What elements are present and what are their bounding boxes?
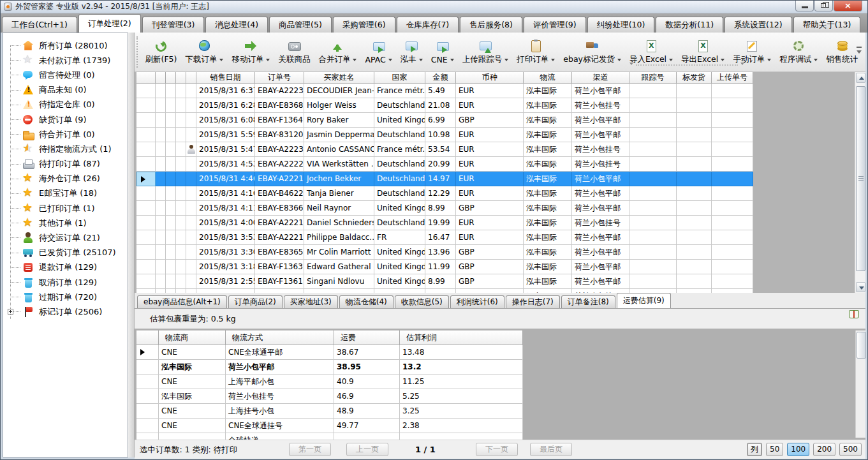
sidebar-splitter[interactable]	[128, 33, 135, 457]
table-row[interactable]: 2015/8/31 4:53EBAY-A22220VIA Werkstätten…	[136, 157, 753, 172]
refresh-button[interactable]: 刷新(F5)	[141, 35, 181, 70]
debug-button[interactable]: 程序调试	[776, 35, 822, 70]
table-row[interactable]: 2015/8/31 4:16EBAY-B4622Tanja BienerDeut…	[136, 186, 753, 201]
menu-tab-listing[interactable]: 刊登管理(3)	[142, 17, 205, 33]
column-header-date[interactable]: 销售日期	[196, 72, 255, 84]
sidebar-item-flagged-orders[interactable]: 标记订单 (2506)	[3, 304, 128, 319]
sidebar-item-refund-orders[interactable]: 退款订单 (129)	[3, 260, 128, 275]
column-header-tracking[interactable]: 跟踪号	[629, 72, 677, 84]
column-header-amount[interactable]: 金额	[425, 72, 456, 84]
table-row[interactable]: 2015/8/31 5:47EBAY-A22234Antonio CASSANO…	[136, 142, 753, 157]
apac-button[interactable]: APAC	[361, 35, 396, 70]
sidebar-item-to-print[interactable]: 待打印订单 (87)	[3, 157, 128, 172]
shipping-row[interactable]: 泓丰国际荷兰小包平邮38.9513.2	[136, 360, 523, 375]
sidebar-item-out-of-stock[interactable]: 缺货订单 (9)	[3, 112, 128, 127]
expand-icon[interactable]	[8, 309, 13, 315]
detail-tab-shipping-estimate[interactable]: 运费估算(9)	[617, 293, 671, 308]
detail-tab-payment-info[interactable]: 收款信息(5)	[395, 295, 449, 308]
detail-tab-profit-stats[interactable]: 利润统计(6)	[450, 295, 504, 308]
table-row[interactable]: 2015/8/31 4:00EBAY-A22218Daniel Schniede…	[136, 216, 753, 230]
page-size-button-200[interactable]: 200	[813, 443, 835, 456]
shipping-row[interactable]: 泓丰国际荷兰小包挂号46.95.25	[136, 389, 523, 404]
link-products-button[interactable]: 关联商品	[274, 35, 314, 70]
sidebar-item-logistics-unassigned[interactable]: 待指定物流方式 (1)	[3, 142, 128, 156]
shipping-row[interactable]: CNECNE全球通平邮38.6713.48	[136, 345, 523, 360]
shipping-scrollbar[interactable]	[855, 330, 865, 438]
next-page-button[interactable]: 下一页	[476, 443, 518, 456]
detail-tab-operation-log[interactable]: 操作日志(7)	[506, 295, 560, 308]
sidebar-item-to-dispatch[interactable]: 待交运订单 (21)	[3, 230, 128, 245]
sidebar-item-unknown-product[interactable]: 商品未知 (0)	[3, 83, 128, 98]
column-header-order_no[interactable]: 订单号	[255, 72, 304, 84]
column-header-channel[interactable]: 渠道	[572, 72, 629, 84]
table-row[interactable]: 2015/8/31 6:08EBAY-F1364Rory BakerUnited…	[136, 113, 753, 128]
table-row[interactable]: 2015/8/31 3:30EBAY-E8365Mr Colin Marriot…	[136, 245, 753, 260]
detail-tab-logistics-storage[interactable]: 物流仓储(4)	[339, 295, 394, 308]
scrollbar-thumb[interactable]	[856, 86, 865, 271]
sidebar-item-unpaid-orders[interactable]: 未付款订单 (1739)	[3, 53, 128, 68]
sidebar-item-expired-orders[interactable]: 过期订单 (720)	[3, 290, 128, 304]
column-header-logistics[interactable]: 物流	[524, 72, 572, 84]
detail-tab-order-remarks[interactable]: 订单备注(8)	[561, 295, 615, 308]
menu-tab-workbench[interactable]: 工作台(Ctrl+1)	[2, 17, 77, 33]
first-page-button[interactable]: 第一页	[289, 443, 331, 456]
merge-orders-button[interactable]: 合并订单	[314, 35, 361, 70]
shipping-row[interactable]: CNE上海挂号小包48.93.25	[136, 404, 523, 419]
print-orders-button[interactable]: 打印订单	[513, 35, 559, 70]
menu-tab-aftersales[interactable]: 售后服务(8)	[460, 17, 522, 33]
column-header-upload_no[interactable]: 上传单号	[712, 72, 753, 84]
prev-page-button[interactable]: 上一页	[346, 443, 388, 456]
sidebar-item-shipped-orders[interactable]: 已发货订单 (25107)	[3, 246, 128, 260]
scroll-up-button[interactable]	[856, 73, 865, 83]
table-row[interactable]: 2015/8/31 6:37EBAY-A22236DECOUDIER Jean-…	[136, 84, 753, 98]
menu-tab-help[interactable]: 帮助关于(13)	[793, 17, 861, 33]
page-size-button-100[interactable]: 100	[787, 443, 809, 456]
column-header-country[interactable]: 国家	[374, 72, 425, 84]
column-header-fee[interactable]: 运费	[334, 330, 400, 345]
menu-tab-analytics[interactable]: 数据分析(11)	[656, 17, 723, 33]
column-header-buyer[interactable]: 买家姓名	[304, 72, 374, 84]
orders-scrollbar[interactable]	[855, 72, 865, 293]
ebay-mark-shipped-button[interactable]: ebay标记发货	[559, 35, 626, 70]
table-row[interactable]: 2015/8/31 3:53EBAY-A22217Philippe Baldac…	[136, 230, 753, 245]
sidebar-item-cancelled-orders[interactable]: 取消订单 (129)	[3, 275, 128, 290]
sidebar-item-to-merge[interactable]: 待合并订单 (0)	[3, 127, 128, 142]
sidebar-item-all-orders[interactable]: 所有订单 (28010)	[3, 38, 128, 53]
menu-tab-disputes[interactable]: 纠纷处理(10)	[587, 17, 655, 33]
sidebar-item-overseas-warehouse[interactable]: 海外仓订单 (26)	[3, 172, 128, 186]
sidebar-item-eub-orders[interactable]: E邮宝订单 (18)	[3, 186, 128, 201]
upload-tracking-button[interactable]: 上传跟踪号	[458, 35, 513, 70]
menu-tab-warehouse[interactable]: 仓库库存(7)	[397, 17, 459, 33]
table-row[interactable]: 2015/8/31 2:55EBAY-F1361Singani NdlovuUn…	[136, 274, 753, 289]
page-size-button-50[interactable]: 50	[766, 443, 783, 456]
shipping-row[interactable]: CNECNE全球通挂号49.772.38	[136, 419, 523, 433]
column-header-method[interactable]: 物流方式	[226, 330, 334, 345]
column-header-currency[interactable]: 币种	[456, 72, 524, 84]
menu-tab-orders[interactable]: 订单处理(2)	[78, 14, 141, 33]
menu-tab-products[interactable]: 商品管理(5)	[269, 17, 332, 33]
detail-tab-ebay-product-info[interactable]: ebay商品信息(Alt+1)	[137, 295, 227, 308]
hongfeng-button[interactable]: 泓丰	[396, 35, 427, 70]
menu-tab-settings[interactable]: 系统设置(12)	[725, 17, 792, 33]
detail-tab-order-products[interactable]: 订单商品(2)	[228, 295, 283, 308]
column-header-marked[interactable]: 标发货	[677, 72, 712, 84]
table-row[interactable]: 2015/8/31 4:46EBAY-A22219Jochen BekkerDe…	[136, 172, 753, 186]
column-header-vendor[interactable]: 物流商	[159, 330, 226, 345]
page-size-button-列[interactable]: 列	[747, 443, 762, 456]
restore-button[interactable]	[814, 1, 833, 11]
toolbar-overflow-button[interactable]	[855, 41, 864, 63]
menu-tab-reviews[interactable]: 评价管理(9)	[524, 17, 586, 33]
move-orders-button[interactable]: 移动订单	[228, 35, 274, 70]
sidebar-item-other-orders[interactable]: 其他订单 (1)	[3, 216, 128, 230]
shipping-row[interactable]: CNE上海平邮小包40.911.25	[136, 375, 523, 389]
table-row[interactable]: 2015/8/31 4:11EBAY-E8366Neil RaynorUnite…	[136, 201, 753, 216]
table-row[interactable]: 2015/8/31 6:28EBAY-E8368Holger WeissDeut…	[136, 98, 753, 113]
minimize-button[interactable]	[795, 1, 814, 11]
close-button[interactable]: ×	[834, 1, 862, 11]
menu-tab-messages[interactable]: 消息处理(4)	[205, 17, 268, 33]
table-row[interactable]: 2015/8/31 3:18EBAY-F1363Edward GatheralU…	[136, 260, 753, 274]
sidebar-item-messages-pending[interactable]: 留言待处理 (0)	[3, 68, 128, 82]
page-size-button-500[interactable]: 500	[839, 443, 862, 456]
detail-tab-buyer-address[interactable]: 买家地址(3)	[284, 295, 338, 308]
last-page-button[interactable]: 最后页	[530, 443, 572, 456]
